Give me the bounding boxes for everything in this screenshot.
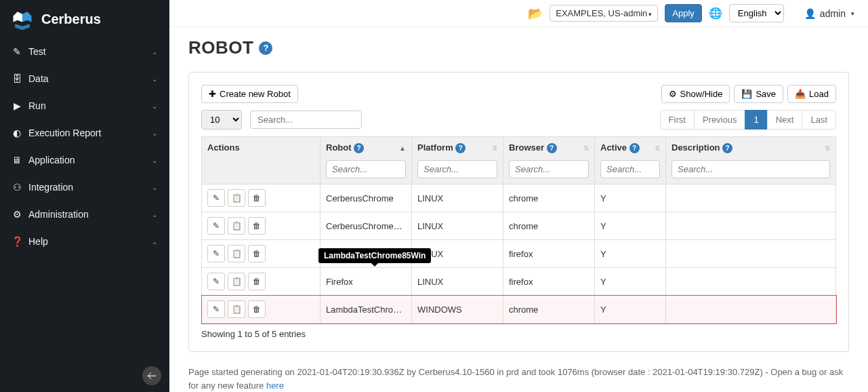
cell-robot: Firefox xyxy=(321,268,412,296)
help-icon[interactable]: ? xyxy=(629,143,640,153)
delete-row-button[interactable]: 🗑 xyxy=(248,273,266,290)
sidebar: Cerberus ✎Test ⌄ 🗄Data ⌄ ▶Run ⌄ ◐Executi… xyxy=(0,0,169,392)
cog-icon: ⚙ xyxy=(669,89,677,99)
description-filter-input[interactable] xyxy=(671,160,830,178)
cell-description xyxy=(666,184,836,212)
page-size-select[interactable]: 10 xyxy=(201,110,242,130)
page-previous[interactable]: Previous xyxy=(694,110,746,130)
edit-row-button[interactable]: ✎ xyxy=(207,189,225,207)
sort-asc-icon: ▲ xyxy=(399,144,406,152)
col-platform[interactable]: Platform ?⇅ xyxy=(412,137,503,184)
active-filter-input[interactable] xyxy=(600,160,660,178)
topbar: 📂 EXAMPLES, US-admin▾ Apply 🌐 English 👤 … xyxy=(169,0,868,27)
platform-filter-input[interactable] xyxy=(417,160,497,178)
caret-down-icon: ▾ xyxy=(648,11,652,18)
sidebar-item-data[interactable]: 🗄Data ⌄ xyxy=(0,65,169,92)
collapse-sidebar-button[interactable]: 🡠 xyxy=(142,366,161,385)
user-menu[interactable]: 👤 admin ▾ xyxy=(791,8,854,19)
load-button[interactable]: 📥Load xyxy=(787,85,836,103)
pagination: First Previous 1 Next Last xyxy=(661,110,836,130)
page-last[interactable]: Last xyxy=(802,110,836,130)
sidebar-item-integration[interactable]: ⚇Integration ⌄ xyxy=(0,174,169,201)
sidebar-item-application[interactable]: 🖥Application ⌄ xyxy=(0,146,169,174)
cogs-icon: ⚙ xyxy=(12,209,22,220)
showhide-button[interactable]: ⚙Show/Hide xyxy=(661,85,730,103)
footer: Page started generating on 2021-01-04T20… xyxy=(169,359,868,392)
delete-row-button[interactable]: 🗑 xyxy=(248,245,266,262)
cell-active: Y xyxy=(595,268,666,296)
cell-platform: LINUX xyxy=(412,184,503,212)
language-selector[interactable]: English xyxy=(729,4,784,22)
table-row: ✎ 📋 🗑 CerberusFirefox LINUX firefox Y xyxy=(202,240,836,268)
help-icon[interactable]: ? xyxy=(259,41,272,55)
delete-row-button[interactable]: 🗑 xyxy=(248,217,266,235)
col-active[interactable]: Active ?⇅ xyxy=(595,137,666,184)
sort-icon: ⇅ xyxy=(492,144,497,152)
help-icon[interactable]: ? xyxy=(722,143,732,153)
main-content: 📂 EXAMPLES, US-admin▾ Apply 🌐 English 👤 … xyxy=(169,0,868,392)
page-first[interactable]: First xyxy=(660,110,695,130)
caret-down-icon: ▾ xyxy=(851,10,854,17)
col-browser[interactable]: Browser ?⇅ xyxy=(503,137,595,184)
global-search-input[interactable] xyxy=(250,111,362,129)
sidebar-item-administration[interactable]: ⚙Administration ⌄ xyxy=(0,201,169,228)
question-icon: ❓ xyxy=(12,236,22,247)
col-description[interactable]: Description ?⇅ xyxy=(666,137,836,184)
page-next[interactable]: Next xyxy=(767,110,803,130)
delete-row-button[interactable]: 🗑 xyxy=(248,300,266,318)
delete-row-button[interactable]: 🗑 xyxy=(248,189,266,207)
chart-icon: ◐ xyxy=(12,128,22,138)
duplicate-row-button[interactable]: 📋 xyxy=(228,273,245,290)
cell-platform: LINUX xyxy=(412,268,503,296)
laptop-icon: 🖥 xyxy=(12,155,22,165)
duplicate-row-button[interactable]: 📋 xyxy=(228,245,245,262)
save-button[interactable]: 💾Save xyxy=(734,85,783,103)
cell-browser: chrome xyxy=(503,212,595,240)
cell-description xyxy=(666,240,836,268)
footer-link[interactable]: here xyxy=(266,380,284,391)
duplicate-row-button[interactable]: 📋 xyxy=(228,189,245,207)
tooltip: LambdaTestChrome85Win xyxy=(318,248,431,263)
chevron-down-icon: ⌄ xyxy=(152,211,157,218)
help-icon[interactable]: ? xyxy=(455,143,466,153)
sidebar-item-test[interactable]: ✎Test ⌄ xyxy=(0,38,169,65)
duplicate-row-button[interactable]: 📋 xyxy=(228,300,245,318)
table-row: ✎ 📋 🗑 LambdaTestChrome85... WINDOWS chro… xyxy=(202,296,836,324)
cell-robot: LambdaTestChrome85... xyxy=(321,296,412,324)
cell-platform: LINUX xyxy=(412,212,503,240)
edit-icon: ✎ xyxy=(12,46,22,57)
edit-row-button[interactable]: ✎ xyxy=(207,300,225,318)
duplicate-row-button[interactable]: 📋 xyxy=(228,217,245,235)
load-icon: 📥 xyxy=(795,89,806,99)
col-actions: Actions xyxy=(202,137,321,184)
folder-icon[interactable]: 📂 xyxy=(528,6,543,21)
cell-description xyxy=(666,212,836,240)
help-icon[interactable]: ? xyxy=(354,143,364,153)
apply-button[interactable]: Apply xyxy=(665,4,702,22)
robot-filter-input[interactable] xyxy=(326,160,406,178)
sidebar-item-run[interactable]: ▶Run ⌄ xyxy=(0,92,169,119)
create-robot-button[interactable]: ✚ Create new Robot xyxy=(201,85,298,103)
sidebar-item-execution-report[interactable]: ◐Execution Report ⌄ xyxy=(0,119,169,146)
table-row: ✎ 📋 🗑 CerberusChrome LINUX chrome Y xyxy=(202,184,836,212)
col-robot[interactable]: Robot ?▲ xyxy=(321,137,412,184)
robot-table: Actions Robot ?▲ Platform ?⇅ Browse xyxy=(201,136,836,324)
page-title: ROBOT ? xyxy=(169,27,868,65)
cell-browser: chrome xyxy=(503,184,595,212)
sort-icon: ⇅ xyxy=(655,144,660,152)
globe-icon: 🌐 xyxy=(709,7,722,20)
edit-row-button[interactable]: ✎ xyxy=(207,273,225,290)
browser-filter-input[interactable] xyxy=(509,160,589,178)
logo[interactable]: Cerberus xyxy=(0,0,169,38)
help-icon[interactable]: ? xyxy=(547,143,557,153)
chevron-down-icon: ⌄ xyxy=(152,157,157,164)
panel: ✚ Create new Robot ⚙Show/Hide 💾Save 📥Loa… xyxy=(188,72,849,352)
edit-row-button[interactable]: ✎ xyxy=(207,217,225,235)
cell-active: Y xyxy=(595,296,666,324)
edit-row-button[interactable]: ✎ xyxy=(207,245,225,262)
table-row: ✎ 📋 🗑 Firefox LINUX firefox Y xyxy=(202,268,836,296)
brand-text: Cerberus xyxy=(41,12,101,27)
system-selector[interactable]: EXAMPLES, US-admin▾ xyxy=(550,5,658,22)
page-1[interactable]: 1 xyxy=(745,110,767,130)
sidebar-item-help[interactable]: ❓Help ⌄ xyxy=(0,228,169,255)
